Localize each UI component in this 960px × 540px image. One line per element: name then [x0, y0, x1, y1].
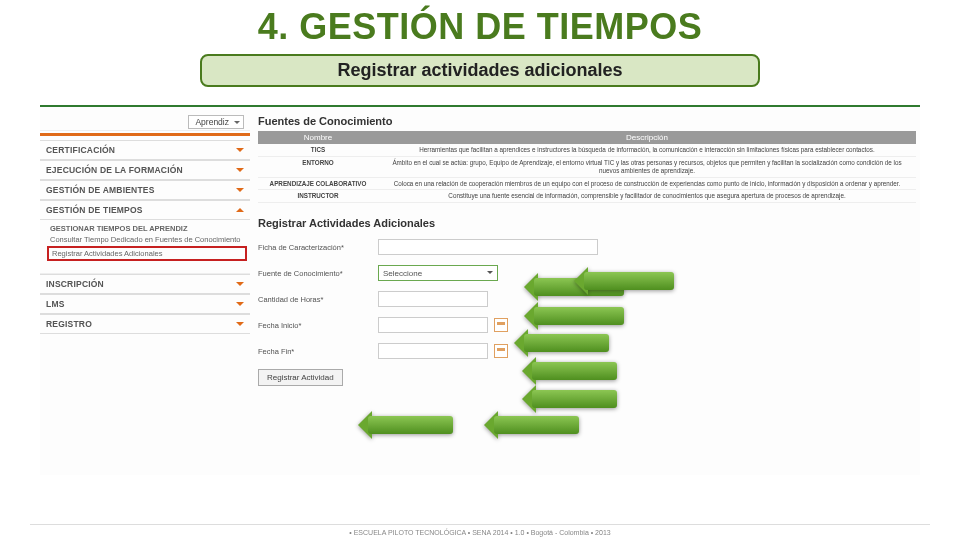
input-ficha[interactable]: [378, 239, 598, 255]
table-row: INSTRUCTOR Constituye una fuente esencia…: [258, 190, 916, 203]
sidebar-sub-registrar[interactable]: Registrar Actividades Adicionales: [47, 246, 247, 261]
sidebar-item-registro[interactable]: REGISTRO: [40, 314, 250, 334]
label-ficha: Ficha de Caracterización*: [258, 243, 378, 252]
section-title-registrar: Registrar Actividades Adicionales: [258, 217, 916, 229]
footer: • ESCUELA PILOTO TECNOLÓGICA • SENA 2014…: [0, 524, 960, 536]
form-row-ficha: Ficha de Caracterización*: [258, 239, 916, 255]
row-name: TICS: [258, 146, 378, 154]
chevron-down-icon: [236, 322, 244, 330]
chevron-down-icon: [236, 168, 244, 176]
arrow-annotation: [508, 385, 617, 413]
chevron-up-icon: [236, 204, 244, 212]
role-select[interactable]: Aprendiz: [188, 115, 244, 129]
label-horas: Cantidad de Horas*: [258, 295, 378, 304]
sidebar-label: INSCRIPCIÓN: [46, 279, 104, 289]
sidebar-label: CERTIFICACIÓN: [46, 145, 115, 155]
chevron-down-icon: [236, 302, 244, 310]
chevron-down-icon: [236, 282, 244, 290]
arrow-annotation: [508, 357, 617, 385]
footer-text: • ESCUELA PILOTO TECNOLÓGICA • SENA 2014…: [349, 529, 610, 536]
sidebar-item-tiempos[interactable]: GESTIÓN DE TIEMPOS: [40, 200, 250, 220]
label-fuente: Fuente de Conocimiento*: [258, 269, 378, 278]
sidebar-item-ejecucion[interactable]: EJECUCIÓN DE LA FORMACIÓN: [40, 160, 250, 180]
input-inicio[interactable]: [378, 317, 488, 333]
slide-subtitle: Registrar actividades adicionales: [212, 60, 748, 81]
row-name: ENTORNO: [258, 159, 378, 175]
chevron-down-icon: [236, 188, 244, 196]
sidebar-item-ambientes[interactable]: GESTIÓN DE AMBIENTES: [40, 180, 250, 200]
sidebar-label: EJECUCIÓN DE LA FORMACIÓN: [46, 165, 183, 175]
sidebar-subheader: GESTIONAR TIEMPOS DEL APRENDIZ: [50, 223, 244, 234]
sidebar-sub-consultar[interactable]: Consultar Tiempo Dedicado en Fuentes de …: [50, 234, 244, 245]
table-row: TICS Herramientas que facilitan a aprend…: [258, 144, 916, 157]
arrow-annotation: [560, 267, 674, 295]
role-bar: Aprendiz: [40, 113, 250, 131]
sidebar-label: GESTIÓN DE AMBIENTES: [46, 185, 155, 195]
chevron-down-icon: [236, 148, 244, 156]
subtitle-box: Registrar actividades adicionales: [200, 54, 760, 87]
sidebar-subitems-tiempos: GESTIONAR TIEMPOS DEL APRENDIZ Consultar…: [40, 220, 250, 268]
th-desc: Descripción: [378, 133, 916, 142]
label-fin: Fecha Fin*: [258, 347, 378, 356]
input-horas[interactable]: [378, 291, 488, 307]
select-fuente[interactable]: Seleccione: [378, 265, 498, 281]
sidebar-item-inscripcion[interactable]: INSCRIPCIÓN: [40, 274, 250, 294]
sidebar: Aprendiz CERTIFICACIÓN EJECUCIÓN DE LA F…: [40, 113, 250, 334]
sidebar-item-lms[interactable]: LMS: [40, 294, 250, 314]
arrow-annotation: [344, 411, 453, 439]
row-name: INSTRUCTOR: [258, 192, 378, 200]
section-title-fuentes: Fuentes de Conocimiento: [258, 113, 916, 131]
row-desc: Constituye una fuente esencial de inform…: [378, 192, 916, 200]
arrow-annotation: [510, 302, 624, 330]
arrow-annotation: [470, 411, 579, 439]
sidebar-label: GESTIÓN DE TIEMPOS: [46, 205, 143, 215]
row-desc: Herramientas que facilitan a aprendices …: [378, 146, 916, 154]
slide-title: 4. GESTIÓN DE TIEMPOS: [20, 6, 940, 48]
orange-divider: [40, 133, 250, 136]
arrow-annotation: [500, 329, 609, 357]
table-row: APRENDIZAJE COLABORATIVO Coloca en una r…: [258, 178, 916, 191]
submit-button[interactable]: Registrar Actividad: [258, 369, 343, 386]
table-head: Nombre Descripción: [258, 131, 916, 144]
table-row: ENTORNO Ámbito en el cual se actúa: grup…: [258, 157, 916, 178]
input-fin[interactable]: [378, 343, 488, 359]
sidebar-item-certificacion[interactable]: CERTIFICACIÓN: [40, 140, 250, 160]
th-name: Nombre: [258, 133, 378, 142]
label-inicio: Fecha Inicio*: [258, 321, 378, 330]
sidebar-label: LMS: [46, 299, 65, 309]
sidebar-label: REGISTRO: [46, 319, 92, 329]
row-desc: Coloca en una relación de cooperación mi…: [378, 180, 916, 188]
app-screenshot: Aprendiz CERTIFICACIÓN EJECUCIÓN DE LA F…: [40, 105, 920, 475]
row-name: APRENDIZAJE COLABORATIVO: [258, 180, 378, 188]
row-desc: Ámbito en el cual se actúa: grupo, Equip…: [378, 159, 916, 175]
